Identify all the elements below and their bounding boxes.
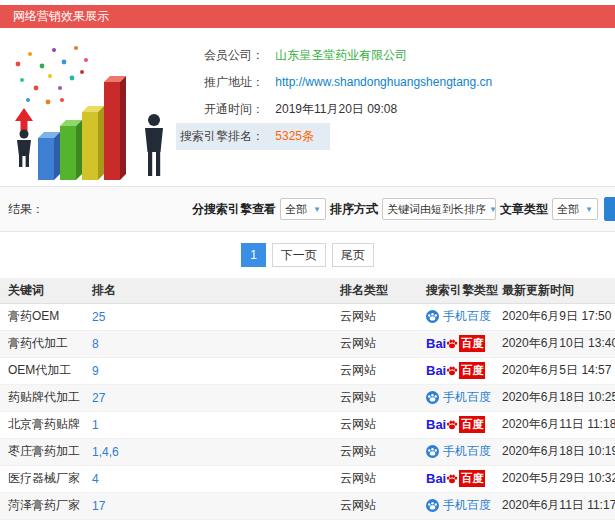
keyword-cell: 药贴牌代加工 [0, 384, 84, 411]
businessman-right-figure [145, 114, 163, 176]
engine-filter-select[interactable]: 全部 ▼ [280, 198, 326, 220]
mobile-baidu-logo: 手机百度 [426, 443, 491, 460]
baidu-logo: Bai百度 [426, 470, 485, 487]
col-keyword: 关键词 [0, 278, 84, 303]
filter-bar: 结果： 分搜索引擎查看 全部 ▼ 排序方式 关键词由短到长排序 ▼ 文章类型 全… [0, 186, 615, 232]
sort-value: 关键词由短到长排序 [387, 202, 486, 217]
engine-cell: 手机百度 [418, 438, 494, 465]
info-row-open-time: 开通时间： 2019年11月20日 09:08 [176, 96, 492, 123]
baidu-paw-icon [446, 338, 458, 350]
baidu-paw-icon [446, 365, 458, 377]
rank-cell: 1 [84, 411, 332, 438]
bars [38, 76, 126, 180]
baidu-logo: Bai百度 [426, 335, 485, 352]
updated-cell: 2020年6月10日 13:40 [494, 330, 615, 357]
rank-link[interactable]: 17 [92, 499, 105, 513]
article-type-select[interactable]: 全部 ▼ [552, 198, 598, 220]
rank-link[interactable]: 27 [92, 391, 105, 405]
engine-label: 手机百度 [443, 308, 491, 325]
sort-label: 排序方式 [330, 201, 378, 218]
engine-cell: Bai百度 [418, 411, 494, 438]
engine-label: 百度 [459, 470, 485, 487]
chevron-down-icon: ▼ [313, 205, 321, 214]
article-type-label: 文章类型 [500, 201, 548, 218]
engine-filter-label: 分搜索引擎查看 [192, 201, 276, 218]
engine-cell: 手机百度 [418, 384, 494, 411]
updated-cell: 2020年6月11日 11:17 [494, 492, 615, 519]
engine-cell: Bai百度 [418, 465, 494, 492]
rank-type-cell: 云网站 [332, 465, 418, 492]
last-page-button[interactable]: 尾页 [332, 243, 374, 267]
table-header-row: 关键词 排名 排名类型 搜索引擎类型 最新更新时间 [0, 278, 615, 303]
pagination: 1 下一页 尾页 [0, 232, 615, 278]
promotion-url-label: 推广地址： [176, 69, 264, 96]
keyword-cell: 北京膏药贴牌 [0, 411, 84, 438]
article-type-value: 全部 [557, 202, 579, 217]
sort-select[interactable]: 关键词由短到长排序 ▼ [382, 198, 496, 220]
table-row: OEM代加工 9 云网站 Bai百度 2020年6月5日 14:57 [0, 357, 615, 384]
company-link[interactable]: 山东皇圣堂药业有限公司 [275, 48, 407, 62]
baidu-paw-icon [446, 473, 458, 485]
rank-link[interactable]: 1 [92, 418, 99, 432]
table-row: 枣庄膏药加工 1,4,6 云网站 手机百度 2020年6月18日 10:19 [0, 438, 615, 465]
rank-type-cell: 云网站 [332, 438, 418, 465]
updated-cell: 2020年6月11日 11:18 [494, 411, 615, 438]
filter-controls: 分搜索引擎查看 全部 ▼ 排序方式 关键词由短到长排序 ▼ 文章类型 全部 ▼ … [192, 197, 615, 221]
engine-label: 百度 [459, 362, 485, 379]
baidu-logo: Bai百度 [426, 416, 485, 433]
engine-label: 手机百度 [443, 497, 491, 514]
baidu-wordmark: Bai [426, 417, 446, 432]
info-section: 会员公司： 山东皇圣堂药业有限公司 推广地址： http://www.shand… [0, 28, 615, 186]
col-rank: 排名 [84, 278, 332, 303]
table-row: 菏泽膏药厂家 17 云网站 手机百度 2020年6月11日 11:17 [0, 492, 615, 519]
rank-cell: 1,4,6 [84, 438, 332, 465]
rank-link[interactable]: 4 [92, 472, 99, 486]
updated-cell: 2020年6月9日 17:50 [494, 303, 615, 330]
engine-rank: 5325条 [275, 129, 314, 143]
rank-link[interactable]: 9 [92, 364, 99, 378]
next-page-button[interactable]: 下一页 [272, 243, 326, 267]
engine-rank-unit: 条 [302, 129, 314, 143]
submit-button[interactable]: 提交 [604, 197, 615, 221]
info-row-company: 会员公司： 山东皇圣堂药业有限公司 [176, 42, 492, 69]
engine-label: 百度 [459, 335, 485, 352]
updated-cell: 2020年6月18日 10:19 [494, 438, 615, 465]
mobile-baidu-icon [426, 391, 439, 404]
page-title: 网络营销效果展示 [13, 9, 109, 23]
rank-link[interactable]: 25 [92, 310, 105, 324]
keyword-cell: 菏泽膏药厂家 [0, 492, 84, 519]
open-time-value: 2019年11月20日 09:08 [275, 102, 397, 116]
rank-type-cell: 云网站 [332, 357, 418, 384]
col-engine-type: 搜索引擎类型 [418, 278, 494, 303]
engine-label: 百度 [459, 416, 485, 433]
keyword-cell: 膏药OEM [0, 303, 84, 330]
mobile-baidu-logo: 手机百度 [426, 308, 491, 325]
engine-cell: 手机百度 [418, 492, 494, 519]
table-row: 药贴牌代加工 27 云网站 手机百度 2020年6月18日 10:25 [0, 384, 615, 411]
confetti-dots [16, 46, 88, 104]
company-label: 会员公司： [176, 42, 264, 69]
mobile-baidu-icon [426, 499, 439, 512]
mobile-baidu-logo: 手机百度 [426, 389, 491, 406]
chevron-down-icon: ▼ [585, 205, 593, 214]
keyword-cell: 医疗器械厂家 [0, 465, 84, 492]
engine-rank-label: 搜索引擎排名： [176, 123, 264, 150]
table-row: 医疗器械厂家 4 云网站 Bai百度 2020年5月29日 10:32 [0, 465, 615, 492]
engine-rank-value: 5325 [275, 129, 302, 143]
rank-cell: 8 [84, 330, 332, 357]
rank-cell: 17 [84, 492, 332, 519]
businessman-left-figure [17, 130, 31, 168]
page-button-current[interactable]: 1 [241, 243, 266, 267]
open-time-label: 开通时间： [176, 96, 264, 123]
table-row: 膏药OEM 25 云网站 手机百度 2020年6月9日 17:50 [0, 303, 615, 330]
updated-cell: 2020年6月18日 10:25 [494, 384, 615, 411]
promotion-url-link[interactable]: http://www.shandonghuangshengtang.cn [275, 75, 492, 89]
rank-type-cell: 云网站 [332, 384, 418, 411]
rank-cell: 25 [84, 303, 332, 330]
mobile-baidu-logo: 手机百度 [426, 497, 491, 514]
rank-cell: 4 [84, 465, 332, 492]
updated-cell: 2020年5月29日 10:32 [494, 465, 615, 492]
info-panel: 会员公司： 山东皇圣堂药业有限公司 推广地址： http://www.shand… [176, 34, 492, 186]
rank-link[interactable]: 8 [92, 337, 99, 351]
rank-link[interactable]: 1,4,6 [92, 445, 119, 459]
